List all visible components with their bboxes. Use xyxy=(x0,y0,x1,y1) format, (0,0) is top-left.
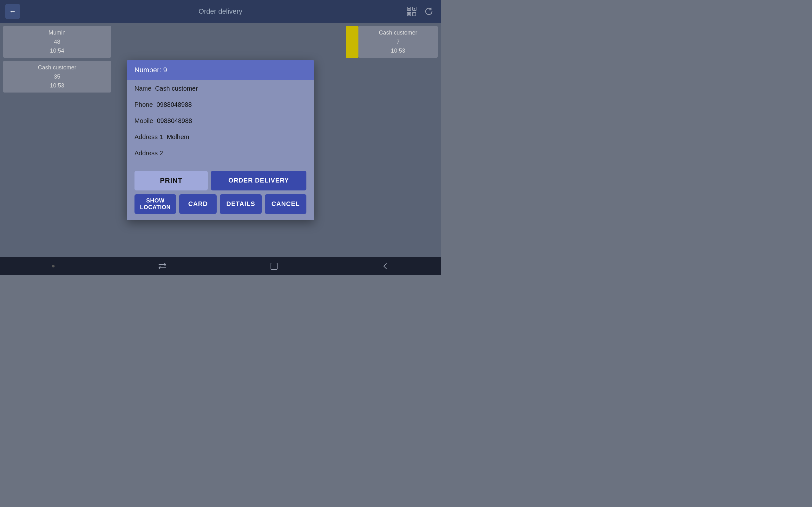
nav-square-icon[interactable] xyxy=(270,262,278,270)
back-button[interactable]: ← xyxy=(5,4,20,19)
modal-overlay: Number: 9 Name Cash customer Phone 09880… xyxy=(0,23,441,257)
bottom-nav-bar xyxy=(0,257,441,275)
nav-swap-icon[interactable] xyxy=(158,263,166,270)
field-address1: Address 1 Molhem xyxy=(135,133,306,141)
field-phone-value: 0988048988 xyxy=(156,101,192,108)
svg-rect-1 xyxy=(408,8,410,9)
svg-rect-11 xyxy=(271,263,277,269)
field-phone: Phone 0988048988 xyxy=(135,101,306,108)
nav-back-icon[interactable] xyxy=(382,262,389,270)
field-mobile-label: Mobile xyxy=(135,117,153,124)
field-name-value: Cash customer xyxy=(155,85,198,92)
card-button[interactable]: CARD xyxy=(179,194,217,214)
page-title: Order delivery xyxy=(199,7,242,15)
content-area: Mumin 48 10:54 Cash customer 35 10:53 Ca… xyxy=(0,23,441,257)
print-button[interactable]: PRINT xyxy=(135,171,208,190)
modal-actions-row2: SHOW LOCATION CARD DETAILS CANCEL xyxy=(127,194,314,220)
field-name: Name Cash customer xyxy=(135,85,306,92)
top-bar: ← Order delivery xyxy=(0,0,441,23)
modal-body: Name Cash customer Phone 0988048988 Mobi… xyxy=(127,80,314,171)
modal-actions-row1: PRINT ORDER DELIVERY xyxy=(127,171,314,194)
qr-icon-button[interactable] xyxy=(405,4,419,18)
field-name-label: Name xyxy=(135,85,151,92)
order-delivery-modal: Number: 9 Name Cash customer Phone 09880… xyxy=(127,60,314,220)
field-address2: Address 2 xyxy=(135,150,306,157)
field-address2-label: Address 2 xyxy=(135,150,163,157)
field-mobile: Mobile 0988048988 xyxy=(135,117,306,124)
field-phone-label: Phone xyxy=(135,101,153,108)
show-location-button[interactable]: SHOW LOCATION xyxy=(135,194,176,214)
details-button[interactable]: DETAILS xyxy=(220,194,261,214)
order-delivery-button[interactable]: ORDER DELIVERY xyxy=(211,171,306,190)
modal-header: Number: 9 xyxy=(127,60,314,80)
field-address1-label: Address 1 xyxy=(135,133,163,140)
nav-dot xyxy=(52,265,55,268)
field-mobile-value: 0988048988 xyxy=(157,117,192,124)
svg-rect-5 xyxy=(408,13,410,15)
cancel-button[interactable]: CANCEL xyxy=(265,194,306,214)
svg-rect-3 xyxy=(414,8,415,9)
modal-number: Number: 9 xyxy=(135,66,167,74)
field-address1-value: Molhem xyxy=(167,133,189,140)
back-icon: ← xyxy=(9,7,16,15)
refresh-button[interactable] xyxy=(422,4,436,18)
